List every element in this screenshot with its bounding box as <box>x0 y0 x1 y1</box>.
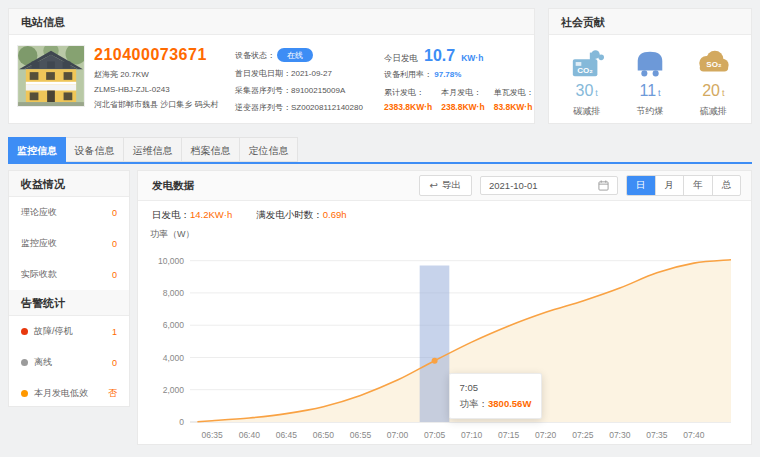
utilization-value: 97.78% <box>434 70 461 79</box>
range-total-button[interactable]: 总 <box>712 176 741 195</box>
y-tick-label: 10,000 <box>158 256 184 266</box>
range-day-button[interactable]: 日 <box>627 176 655 195</box>
coal-label: 节约煤 <box>622 105 678 118</box>
x-tick-label: 06:45 <box>276 430 298 440</box>
low-efficiency-dot-icon <box>21 390 28 397</box>
station-info-panel: 电站信息 210400073671 赵海亮 20.7KW ZLMS-HBJ-ZJ… <box>8 8 535 124</box>
collector-sn-value: 89100215009A <box>291 86 345 95</box>
coal-value: 11 <box>639 82 656 99</box>
tab-location-info[interactable]: 定位信息 <box>240 137 298 162</box>
tab-device-info[interactable]: 设备信息 <box>66 137 124 162</box>
co2-factory-icon: CO₂ <box>559 45 615 79</box>
total-generation-value: 2383.8KW·h <box>384 102 432 112</box>
x-tick-label: 06:40 <box>239 430 261 440</box>
x-tick-label: 06:50 <box>313 430 335 440</box>
status-badge: 在线 <box>277 48 313 62</box>
offline-dot-icon <box>21 359 28 366</box>
x-tick-label: 07:40 <box>683 430 705 440</box>
full-power-hours-stat: 满发电小时数：0.69h <box>256 209 346 222</box>
x-tick-label: 07:20 <box>535 430 557 440</box>
total-generation-label: 累计发电： <box>384 87 432 98</box>
so2-cloud-icon: SO₂ <box>685 45 741 79</box>
collector-sn-label: 采集器序列号： <box>235 85 291 96</box>
x-tick-label: 07:25 <box>572 430 594 440</box>
so2-label: 硫减排 <box>685 105 741 118</box>
hover-highlight-band <box>420 266 450 423</box>
social-contribution-panel: 社会贡献 CO₂ 30t 碳减排 <box>548 8 752 124</box>
alarm-row-offline: 离线 0 <box>9 347 129 378</box>
station-model: ZLMS-HBJ-ZJL-0243 <box>94 85 226 94</box>
x-tick-label: 07:30 <box>609 430 631 440</box>
tab-monitoring-info[interactable]: 监控信息 <box>8 137 66 162</box>
station-panel-title: 电站信息 <box>9 9 534 35</box>
revenue-row-monitored: 监控应收 0 <box>9 228 129 259</box>
station-address: 河北省邯郸市魏县 沙口集乡 码头村 <box>94 99 226 110</box>
station-owner: 赵海亮 20.7KW <box>94 69 226 80</box>
revenue-section-title: 收益情况 <box>9 171 129 197</box>
tooltip-value: 3800.56W <box>488 398 531 409</box>
today-generation-unit: KW·h <box>461 53 483 63</box>
so2-value: 20 <box>702 82 720 99</box>
chart-panel-title: 发电数据 <box>152 179 194 193</box>
coal-saved-item: 11t 节约煤 <box>622 45 678 118</box>
x-tick-label: 06:35 <box>202 430 224 440</box>
station-id: 210400073671 <box>94 46 226 64</box>
alarm-section-title: 告警统计 <box>9 290 129 316</box>
highlight-point <box>432 358 438 364</box>
date-picker[interactable]: 2021-10-01 <box>480 176 618 195</box>
coal-unit: t <box>658 88 661 98</box>
tab-operation-info[interactable]: 运维信息 <box>124 137 182 162</box>
co2-reduction-item: CO₂ 30t 碳减排 <box>559 45 615 118</box>
coal-cart-icon <box>622 45 678 79</box>
chart-tooltip: 7:05 功率：3800.56W <box>449 373 543 419</box>
calendar-icon <box>598 180 609 191</box>
co2-label: 碳减排 <box>559 105 615 118</box>
alarm-row-low-efficiency: 本月发电低效 否 <box>9 378 129 409</box>
so2-reduction-item: SO₂ 20t 硫减排 <box>685 45 741 118</box>
y-tick-label: 6,000 <box>163 320 185 330</box>
x-tick-label: 06:55 <box>350 430 372 440</box>
per-watt-generation-value: 83.8KW·h <box>494 102 534 112</box>
y-tick-label: 0 <box>179 417 184 427</box>
co2-unit: t <box>595 88 598 98</box>
x-tick-label: 07:05 <box>424 430 446 440</box>
today-generation-value: 10.7 <box>424 47 455 65</box>
device-status-label: 设备状态： <box>235 50 275 61</box>
today-generation-label: 今日发电 <box>384 53 418 65</box>
fault-dot-icon <box>21 328 28 335</box>
inverter-sn-value: SZ00208112140280 <box>291 103 363 112</box>
x-tick-label: 07:15 <box>498 430 520 440</box>
y-tick-label: 4,000 <box>163 353 185 363</box>
first-gen-value: 2021-09-27 <box>291 69 332 78</box>
revenue-row-actual: 实际收款 0 <box>9 259 129 290</box>
utilization-label: 设备利用率： <box>384 70 432 79</box>
range-year-button[interactable]: 年 <box>683 176 712 195</box>
generation-data-panel: 发电数据 ↩ 导出 2021-10-01 日 月 年 总 <box>137 170 752 445</box>
x-tick-label: 07:10 <box>461 430 483 440</box>
x-tick-label: 07:35 <box>646 430 668 440</box>
tooltip-label: 功率： <box>460 398 489 409</box>
power-chart[interactable]: 02,0004,0006,0008,00010,00006:3506:4006:… <box>146 243 741 448</box>
tabs-underline <box>8 162 752 164</box>
y-tick-label: 2,000 <box>163 385 185 395</box>
range-segmented-control: 日 月 年 总 <box>626 175 741 196</box>
range-month-button[interactable]: 月 <box>655 176 684 195</box>
x-tick-label: 07:00 <box>387 430 409 440</box>
month-generation-label: 本月发电： <box>441 87 484 98</box>
y-tick-label: 8,000 <box>163 288 185 298</box>
per-watt-generation-label: 单瓦发电： <box>494 87 534 98</box>
date-value: 2021-10-01 <box>489 180 538 191</box>
main-tabs: 监控信息 设备信息 运维信息 档案信息 定位信息 <box>8 137 752 164</box>
inverter-sn-label: 逆变器序列号： <box>235 102 291 113</box>
daily-generation-stat: 日发电：14.2KW·h <box>152 209 232 222</box>
social-panel-title: 社会贡献 <box>549 9 751 35</box>
sidebar-panel: 收益情况 理论应收 0 监控应收 0 实际收款 0 告警统计 故障/停机 1 离… <box>8 170 130 407</box>
tooltip-time: 7:05 <box>460 380 532 396</box>
export-arrow-icon: ↩ <box>430 180 438 191</box>
alarm-row-fault: 故障/停机 1 <box>9 316 129 347</box>
export-button[interactable]: ↩ 导出 <box>419 175 472 196</box>
svg-text:SO₂: SO₂ <box>707 60 723 69</box>
y-axis-label: 功率（W） <box>150 228 751 241</box>
first-gen-label: 首日发电日期： <box>235 68 291 79</box>
tab-archive-info[interactable]: 档案信息 <box>182 137 240 162</box>
